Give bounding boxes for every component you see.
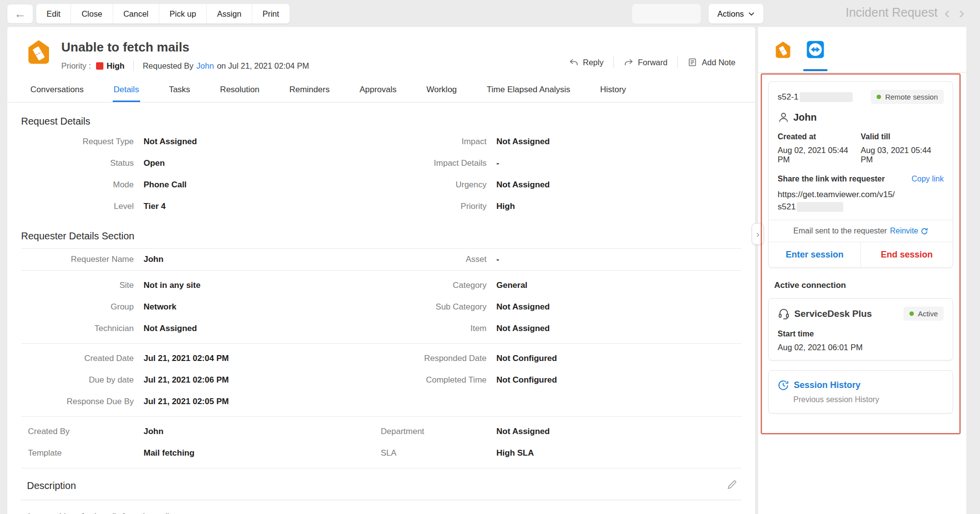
description-title: Description bbox=[27, 480, 76, 491]
field-label: Department bbox=[374, 421, 496, 442]
assign-button[interactable]: Assign bbox=[207, 4, 252, 24]
field-value: Phone Call bbox=[144, 174, 374, 196]
field-value: Not Configured bbox=[496, 369, 741, 391]
request-details-section: Request Details bbox=[21, 116, 741, 127]
start-time-value: Aug 02, 2021 06:01 PM bbox=[778, 343, 944, 352]
previous-record-icon[interactable]: ‹ bbox=[942, 5, 952, 20]
tab-time-elapsed-analysis[interactable]: Time Elapsed Analysis bbox=[486, 79, 571, 102]
field-value: Tier 4 bbox=[144, 196, 374, 217]
add-note-button[interactable]: Add Note bbox=[686, 57, 737, 67]
request-detail-card: Unable to fetch mails Priority : High Re… bbox=[7, 27, 755, 514]
note-icon bbox=[687, 57, 697, 67]
description-section-header: Description bbox=[21, 479, 741, 500]
field-label: Template bbox=[21, 442, 144, 464]
section-title: Requester Details Section bbox=[21, 231, 134, 241]
reinvite-button[interactable]: Reinvite bbox=[890, 227, 928, 235]
tab-teamviewer-integration[interactable] bbox=[804, 35, 827, 64]
meta-divider bbox=[133, 60, 134, 71]
active-badge: Active bbox=[904, 307, 944, 321]
field-value: Open bbox=[144, 153, 374, 174]
field-value: Not Assigned bbox=[496, 421, 741, 442]
field-value: John bbox=[144, 249, 374, 270]
field-label: Mode bbox=[21, 174, 144, 196]
session-code-redacted bbox=[800, 92, 853, 102]
session-link: https://get.teamviewer.com/v15/ s521 bbox=[778, 189, 944, 213]
valid-till-value: Aug 03, 2021 05:44 PM bbox=[861, 146, 944, 164]
field-label: Response Due By bbox=[21, 391, 144, 412]
field-label: Asset bbox=[374, 249, 496, 270]
requester-link[interactable]: John bbox=[196, 61, 214, 71]
tab-resolution[interactable]: Resolution bbox=[219, 79, 260, 102]
tab-servicedesk-integration[interactable] bbox=[772, 35, 794, 64]
field-value: - bbox=[496, 249, 741, 270]
top-toolbar: ← Edit Close Cancel Pick up Assign Print… bbox=[0, 0, 980, 27]
close-button[interactable]: Close bbox=[71, 4, 113, 24]
session-history-icon bbox=[778, 380, 789, 391]
enter-session-button[interactable]: Enter session bbox=[769, 242, 861, 267]
toolbar-input-stub[interactable] bbox=[632, 4, 701, 24]
edit-button[interactable]: Edit bbox=[36, 4, 71, 24]
user-icon bbox=[778, 111, 789, 123]
request-title: Unable to fetch mails bbox=[61, 40, 309, 55]
edit-description-button[interactable] bbox=[726, 479, 737, 492]
back-button[interactable]: ← bbox=[7, 4, 33, 24]
requested-on-date: on Jul 21, 2021 02:04 PM bbox=[217, 61, 309, 71]
tab-tasks[interactable]: Tasks bbox=[168, 79, 191, 102]
separator bbox=[613, 56, 614, 68]
properties-grid: Created By John Department Not Assigned … bbox=[21, 417, 741, 468]
actions-button[interactable]: Actions bbox=[709, 4, 763, 24]
ticket-icon bbox=[775, 41, 791, 58]
email-sent-note: Email sent to the requester Reinvite bbox=[769, 220, 953, 242]
field-label: Completed Time bbox=[374, 369, 496, 391]
field-label: Created Date bbox=[21, 348, 144, 369]
field-label bbox=[374, 391, 496, 412]
page-title-area: Incident Request ‹ › bbox=[846, 5, 966, 20]
forward-button[interactable]: Forward bbox=[622, 57, 670, 67]
field-label: SLA bbox=[374, 442, 496, 464]
copy-link-button[interactable]: Copy link bbox=[911, 175, 944, 183]
tab-worklog[interactable]: Worklog bbox=[425, 79, 458, 102]
tab-approvals[interactable]: Approvals bbox=[359, 79, 398, 102]
session-history-link[interactable]: Session History bbox=[794, 380, 860, 390]
tab-details[interactable]: Details bbox=[113, 79, 140, 102]
print-button[interactable]: Print bbox=[252, 4, 290, 24]
tab-history[interactable]: History bbox=[599, 79, 627, 102]
actions-label: Actions bbox=[717, 9, 744, 19]
priority-value: High bbox=[107, 61, 125, 71]
forward-icon bbox=[624, 57, 634, 67]
tab-reminders[interactable]: Reminders bbox=[288, 79, 330, 102]
end-session-button[interactable]: End session bbox=[861, 242, 953, 267]
field-label: Responded Date bbox=[374, 348, 496, 369]
session-code: s52-1 bbox=[778, 92, 799, 102]
integrations-panel: › s52-1 Remote session John bbox=[758, 27, 966, 514]
field-value bbox=[496, 391, 741, 412]
priority-label: Priority : bbox=[61, 61, 91, 71]
field-value: Not Assigned bbox=[144, 318, 374, 339]
field-value: Jul 21, 2021 02:05 PM bbox=[144, 391, 374, 412]
field-label: Status bbox=[21, 153, 144, 174]
remote-session-card: s52-1 Remote session John Created at Aug… bbox=[768, 81, 953, 268]
field-label: Priority bbox=[374, 196, 496, 217]
pickup-button[interactable]: Pick up bbox=[159, 4, 207, 24]
message-actions: Reply Forward Add Note bbox=[567, 56, 738, 68]
reply-button[interactable]: Reply bbox=[567, 57, 606, 67]
remote-session-badge: Remote session bbox=[871, 90, 944, 104]
section-title: Request Details bbox=[21, 116, 90, 127]
incident-ticket-icon bbox=[27, 40, 50, 64]
cancel-button[interactable]: Cancel bbox=[113, 4, 159, 24]
field-value: John bbox=[144, 421, 374, 442]
session-history-subtitle: Previous session History bbox=[793, 395, 944, 404]
next-record-icon[interactable]: › bbox=[957, 5, 966, 20]
tab-conversations[interactable]: Conversations bbox=[29, 79, 85, 102]
field-value: Not in any site bbox=[144, 275, 374, 296]
active-connection-card: ServiceDesk Plus Active Start time Aug 0… bbox=[768, 298, 953, 360]
request-tabs: Conversations Details Tasks Resolution R… bbox=[7, 79, 755, 103]
request-header: Unable to fetch mails Priority : High Re… bbox=[7, 27, 755, 71]
field-value: General bbox=[496, 275, 741, 296]
session-user-name: John bbox=[793, 112, 817, 123]
field-label: Created By bbox=[21, 421, 144, 442]
requester-grid-bottom: Site Not in any site Category General Gr… bbox=[21, 271, 741, 344]
field-label: Level bbox=[21, 196, 144, 217]
field-label: Site bbox=[21, 275, 144, 296]
connection-name: ServiceDesk Plus bbox=[794, 308, 872, 319]
